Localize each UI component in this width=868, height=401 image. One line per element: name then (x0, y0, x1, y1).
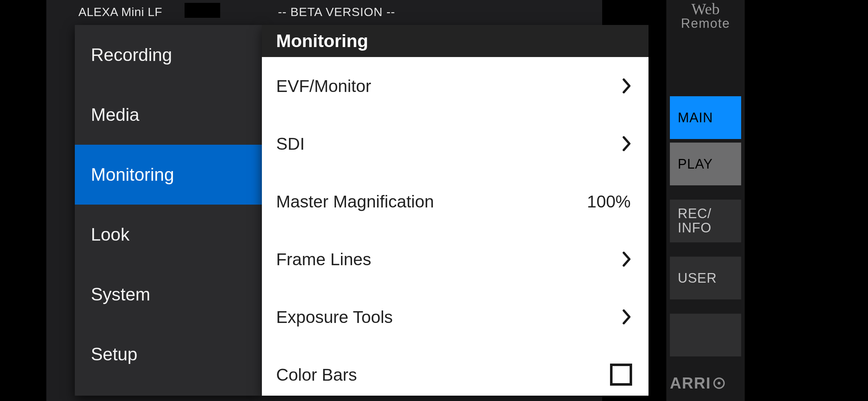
sidemenu-item-media[interactable]: Media (75, 85, 262, 145)
arri-logo: ARRI (670, 374, 725, 392)
right-strip: Web Remote MAINPLAYREC/INFOUSER (666, 0, 745, 401)
right-button-blank[interactable] (670, 314, 741, 356)
side-menu: RecordingMediaMonitoringLookSystemSetup (75, 25, 262, 396)
device-name: ALEXA Mini LF (78, 5, 162, 19)
row-label: Exposure Tools (276, 307, 620, 327)
row-label: EVF/Monitor (276, 76, 620, 96)
checkbox[interactable] (610, 364, 632, 386)
row-label: Frame Lines (276, 250, 620, 269)
top-bar: ALEXA Mini LF -- BETA VERSION -- (46, 0, 602, 25)
right-button-play[interactable]: PLAY (670, 143, 741, 185)
sidemenu-item-setup[interactable]: Setup (75, 324, 262, 384)
row-color-bars[interactable]: Color Bars (262, 346, 649, 396)
row-value: 100% (587, 192, 631, 211)
row-sdi[interactable]: SDI (262, 115, 649, 173)
right-button-main[interactable]: MAIN (670, 96, 741, 139)
row-master-magnification[interactable]: Master Magnification100% (262, 173, 649, 230)
arri-wheel-icon (713, 377, 725, 389)
sidemenu-item-look[interactable]: Look (75, 205, 262, 264)
webremote-label: Web Remote (670, 1, 741, 30)
row-frame-lines[interactable]: Frame Lines (262, 230, 649, 288)
beta-label: -- BETA VERSION -- (278, 5, 395, 19)
sidemenu-item-monitoring[interactable]: Monitoring (75, 145, 262, 205)
sidemenu-item-recording[interactable]: Recording (75, 25, 262, 85)
right-button-rec-info[interactable]: REC/INFO (670, 200, 741, 242)
row-label: Color Bars (276, 365, 610, 385)
chevron-right-icon (620, 309, 634, 324)
app-stage: ALEXA Mini LF -- BETA VERSION -- Recordi… (46, 0, 602, 401)
row-exposure-tools[interactable]: Exposure Tools (262, 288, 649, 346)
chevron-right-icon (620, 136, 634, 151)
right-button-user[interactable]: USER (670, 257, 741, 299)
row-evf-monitor[interactable]: EVF/Monitor (262, 57, 649, 115)
chevron-right-icon (620, 78, 634, 93)
chevron-right-icon (620, 252, 634, 267)
sidemenu-item-system[interactable]: System (75, 264, 262, 324)
panel-title: Monitoring (262, 25, 649, 57)
redacted-box (185, 3, 220, 18)
row-label: SDI (276, 134, 620, 154)
monitoring-panel: Monitoring EVF/MonitorSDIMaster Magnific… (262, 25, 649, 396)
row-label: Master Magnification (276, 192, 587, 211)
